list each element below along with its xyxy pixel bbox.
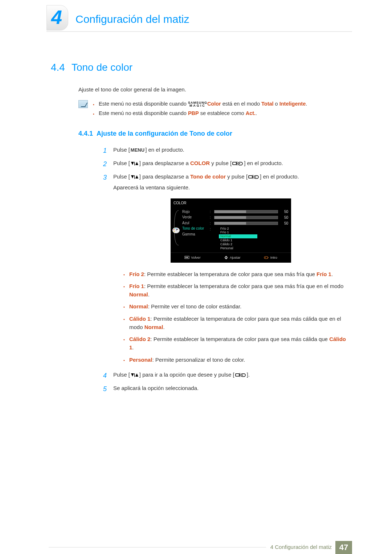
definition-item: Cálido 1: Permite establecer la temperat… xyxy=(123,315,348,332)
up-down-button-glyph xyxy=(130,174,139,180)
svg-point-17 xyxy=(176,228,177,229)
osd-screenshot: COLOR xyxy=(113,198,348,263)
chapter-number-badge: 4 xyxy=(46,5,68,30)
svg-point-15 xyxy=(173,229,175,230)
osd-slider-row: :50 xyxy=(210,221,288,226)
svg-rect-21 xyxy=(187,257,188,258)
svg-rect-3 xyxy=(233,162,236,165)
osd-item: Azul xyxy=(182,220,204,226)
chapter-title: Configuración del matiz xyxy=(75,7,189,25)
svg-rect-8 xyxy=(134,175,135,179)
step-item: 4 Pulse [] para ir a la opción que desee… xyxy=(103,370,348,381)
svg-marker-2 xyxy=(135,162,138,165)
osd-item: Rojo xyxy=(182,209,204,215)
section-number: 4.4 xyxy=(51,62,65,73)
section-title: Tono de color xyxy=(72,62,132,73)
svg-point-16 xyxy=(175,228,176,229)
select-button-glyph xyxy=(232,161,244,166)
note-block: Este menú no está disponible cuando SAMS… xyxy=(78,100,348,119)
svg-rect-1 xyxy=(134,162,135,165)
osd-dropdown: Frío 2 Frío 1 Normal Cálido 1 Cálido 2 P… xyxy=(219,226,258,251)
svg-marker-7 xyxy=(131,175,134,178)
svg-point-18 xyxy=(174,231,175,232)
osd-panel: COLOR xyxy=(171,198,291,263)
osd-footer: Volver Ajustar Intro xyxy=(171,253,291,262)
osd-footer-enter: Intro xyxy=(264,255,277,260)
footer-rule xyxy=(49,547,266,554)
chapter-underline xyxy=(46,31,352,32)
select-button-glyph xyxy=(234,372,247,378)
svg-marker-23 xyxy=(224,258,228,259)
menu-button-glyph: MENU xyxy=(130,147,145,153)
svg-rect-5 xyxy=(238,162,242,165)
svg-marker-22 xyxy=(224,256,228,258)
svg-marker-28 xyxy=(135,373,138,377)
up-down-button-glyph xyxy=(130,161,139,166)
svg-point-32 xyxy=(242,375,243,376)
svg-rect-27 xyxy=(134,373,135,377)
note-item: Este menú no está disponible cuando PBP … xyxy=(93,109,307,117)
definition-item: Normal: Permite ver el tono de color est… xyxy=(123,302,348,311)
select-button-glyph xyxy=(248,174,260,180)
definition-item: Frío 2: Permite establecer la temperatur… xyxy=(123,270,348,278)
osd-option-highlight: Normal xyxy=(219,234,257,238)
osd-item: Verde xyxy=(182,214,204,220)
osd-slider-row: :50 xyxy=(210,215,288,221)
note-icon xyxy=(78,100,88,108)
osd-option: Cálido 1 xyxy=(219,238,257,242)
footer-chapter-ref: 4 Configuración del matiz xyxy=(266,541,335,554)
osd-option: Frío 1 xyxy=(219,230,257,234)
note-list: Este menú no está disponible cuando SAMS… xyxy=(93,100,307,119)
osd-menu-items: Rojo Verde Azul Tono de color Gamma xyxy=(182,209,204,251)
step-item: 5 Se aplicará la opción seleccionada. xyxy=(103,384,348,394)
intro-text: Ajuste el tono de color general de la im… xyxy=(78,86,348,93)
subsection-number: 4.4.1 xyxy=(78,130,93,138)
svg-marker-9 xyxy=(135,175,138,178)
svg-point-6 xyxy=(239,163,240,164)
chapter-number: 4 xyxy=(51,7,62,27)
osd-title: COLOR xyxy=(171,198,291,209)
osd-slider-row: :50 xyxy=(210,209,288,215)
page-footer: 4 Configuración del matiz 47 xyxy=(18,541,374,554)
back-icon xyxy=(184,256,189,259)
definition-list: Frío 2: Permite establecer la temperatur… xyxy=(123,270,348,364)
svg-rect-29 xyxy=(236,374,239,376)
svg-point-25 xyxy=(265,257,266,258)
samsung-magic-logo: SAMSUNGMAGIC xyxy=(188,101,207,107)
osd-bracket-icon xyxy=(173,210,179,246)
enter-icon xyxy=(264,256,269,259)
osd-item-selected: Tono de color xyxy=(182,226,204,231)
chapter-banner: 4 Configuración del matiz xyxy=(18,0,374,25)
up-down-button-glyph xyxy=(130,372,139,378)
svg-marker-0 xyxy=(131,162,134,165)
note-item: Este menú no está disponible cuando SAMS… xyxy=(93,100,307,108)
svg-rect-31 xyxy=(241,374,245,377)
steps-list: 1 Pulse [MENU] en el producto. 2 Pulse [… xyxy=(103,145,348,394)
osd-footer-adjust: Ajustar xyxy=(224,255,241,260)
osd-item: Gamma xyxy=(182,231,204,237)
svg-point-13 xyxy=(255,177,256,178)
definition-item: Cálido 2: Permite establecer la temperat… xyxy=(123,335,348,352)
section-heading: 4.4 Tono de color xyxy=(51,62,348,73)
svg-rect-20 xyxy=(185,257,187,258)
osd-option: Cálido 2 xyxy=(219,242,257,246)
osd-option: Frío 2 xyxy=(219,227,257,231)
palette-icon xyxy=(172,227,180,234)
step-item: 1 Pulse [MENU] en el producto. xyxy=(103,145,348,156)
subsection-title: Ajuste de la configuración de Tono de co… xyxy=(97,130,232,137)
definition-item: Personal: Permite personalizar el tono d… xyxy=(123,356,348,364)
svg-rect-10 xyxy=(249,176,252,178)
step-item: 2 Pulse [] para desplazarse a COLOR y pu… xyxy=(103,159,348,169)
svg-marker-26 xyxy=(131,373,134,377)
svg-rect-24 xyxy=(264,257,268,259)
osd-footer-back: Volver xyxy=(184,255,200,260)
page-number: 47 xyxy=(335,541,352,554)
adjust-icon xyxy=(224,256,228,259)
subsection-heading: 4.4.1Ajuste de la configuración de Tono … xyxy=(78,130,348,138)
definition-item: Frío 1: Permite establecer la temperatur… xyxy=(123,282,348,299)
step-item: 3 Pulse [] para desplazarse a Tono de co… xyxy=(103,172,348,368)
osd-option: Personal xyxy=(219,246,257,250)
svg-rect-12 xyxy=(254,176,258,178)
